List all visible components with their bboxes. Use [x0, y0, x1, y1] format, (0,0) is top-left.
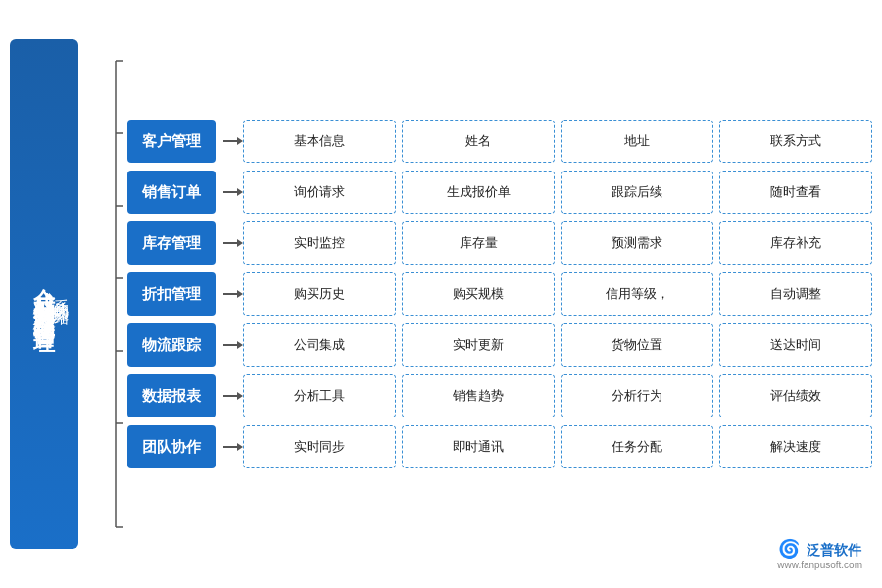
feature-box: 基本信息: [243, 120, 396, 163]
category-box: 折扣管理: [127, 272, 216, 316]
arrow-connector: [223, 344, 243, 346]
feature-box: 购买历史: [243, 272, 396, 316]
arrow-connector: [223, 191, 243, 193]
feature-box: 实时同步: [243, 425, 396, 468]
logo-url: www.fanpusoft.com: [777, 560, 862, 570]
feature-box: 货物位置: [561, 323, 713, 367]
rows-list: 客户管理基本信息姓名地址联系方式销售订单询价请求生成报价单跟踪后续随时查看库存管…: [127, 120, 872, 468]
arrow-connector: [223, 293, 243, 295]
table-row: 团队协作实时同步即时通讯任务分配解决速度: [127, 425, 872, 468]
table-row: 折扣管理购买历史购买规模信用等级，自动调整: [127, 272, 872, 316]
feature-box: 自动调整: [719, 272, 872, 316]
feature-box: 库存量: [402, 221, 555, 265]
arrow-connector: [223, 446, 243, 448]
arrow-connector: [223, 242, 243, 244]
feature-box: 实时更新: [402, 323, 555, 367]
category-box: 库存管理: [127, 221, 216, 265]
table-row: 销售订单询价请求生成报价单跟踪后续随时查看: [127, 171, 872, 214]
table-row: 数据报表分析工具销售趋势分析行为评估绩效: [127, 374, 872, 417]
feature-box: 库存补充: [719, 221, 872, 265]
feature-box: 解决速度: [719, 425, 872, 468]
features-group: 基本信息姓名地址联系方式: [243, 120, 872, 163]
feature-box: 实时监控: [243, 221, 396, 265]
features-group: 分析工具销售趋势分析行为评估绩效: [243, 374, 872, 417]
feature-box: 随时查看: [719, 171, 872, 214]
feature-box: 联系方式: [719, 120, 872, 163]
feature-box: 购买规模: [402, 272, 555, 316]
feature-box: 销售趋势: [402, 374, 555, 417]
features-group: 询价请求生成报价单跟踪后续随时查看: [243, 171, 872, 214]
feature-box: 姓名: [402, 120, 555, 163]
feature-box: 分析工具: [243, 374, 396, 417]
logo-icon: 🌀: [778, 538, 800, 560]
feature-box: 公司集成: [243, 323, 396, 367]
category-box: 团队协作: [127, 425, 216, 468]
feature-box: 即时通讯: [402, 425, 555, 468]
feature-box: 信用等级，: [561, 272, 713, 316]
features-group: 实时监控库存量预测需求库存补充: [243, 221, 872, 265]
content-area: 客户管理基本信息姓名地址联系方式销售订单询价请求生成报价单跟踪后续随时查看库存管…: [88, 39, 872, 549]
sub-title-text: 系统的功能介绍: [52, 287, 71, 301]
feature-box: 预测需求: [561, 221, 713, 265]
bracket-svg: [88, 39, 123, 549]
feature-box: 跟踪后续: [561, 171, 713, 214]
category-box: 物流跟踪: [127, 323, 216, 367]
feature-box: 分析行为: [561, 374, 713, 417]
feature-box: 评估绩效: [719, 374, 872, 417]
category-box: 销售订单: [127, 171, 216, 214]
feature-box: 询价请求: [243, 171, 396, 214]
arrow-connector: [223, 395, 243, 397]
arrow-connector: [223, 140, 243, 142]
feature-box: 送达时间: [719, 323, 872, 367]
table-row: 库存管理实时监控库存量预测需求库存补充: [127, 221, 872, 265]
features-group: 购买历史购买规模信用等级，自动调整: [243, 272, 872, 316]
category-box: 数据报表: [127, 374, 216, 417]
logo-name: 泛普软件: [807, 542, 861, 558]
feature-box: 生成报价单: [402, 171, 555, 214]
category-box: 客户管理: [127, 120, 216, 163]
logo-area: 🌀 泛普软件 www.fanpusoft.com: [777, 538, 862, 570]
features-group: 公司集成实时更新货物位置送达时间: [243, 323, 872, 367]
table-row: 客户管理基本信息姓名地址联系方式: [127, 120, 872, 163]
features-group: 实时同步即时通讯任务分配解决速度: [243, 425, 872, 468]
feature-box: 地址: [561, 120, 713, 163]
table-row: 物流跟踪公司集成实时更新货物位置送达时间: [127, 323, 872, 367]
vertical-title: 合成材料制造行业销售管理 系统的功能介绍: [10, 39, 78, 549]
feature-box: 任务分配: [561, 425, 713, 468]
